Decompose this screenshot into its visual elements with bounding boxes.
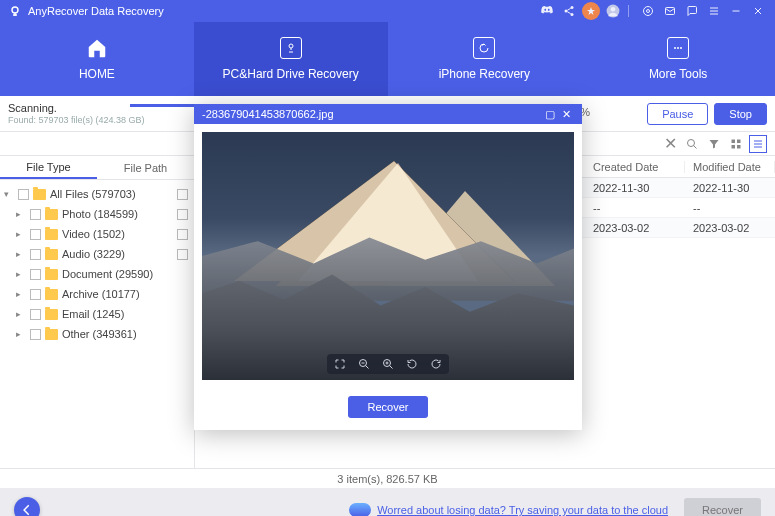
app-logo-icon (8, 4, 22, 18)
tree-item-other[interactable]: ▸Other (349361) (0, 324, 194, 344)
svg-rect-16 (732, 145, 736, 149)
svg-rect-17 (737, 145, 741, 149)
svg-point-5 (611, 7, 616, 12)
recover-button-footer[interactable]: Recover (684, 498, 761, 516)
svg-point-10 (674, 47, 676, 49)
nav-home[interactable]: HOME (0, 22, 194, 96)
svg-point-2 (565, 10, 568, 13)
tree-item-email[interactable]: ▸Email (1245) (0, 304, 194, 324)
tab-file-path[interactable]: File Path (97, 156, 194, 179)
minimize-icon[interactable] (727, 2, 745, 20)
tab-file-type[interactable]: File Type (0, 156, 97, 179)
selection-status: 3 item(s), 826.57 KB (337, 473, 437, 485)
sidebar: File Type File Path ▾All Files (579703) … (0, 156, 195, 468)
checkbox[interactable] (30, 289, 41, 300)
folder-icon (45, 289, 58, 300)
zoom-out-icon[interactable] (357, 357, 371, 371)
title-bar: AnyRecover Data Recovery (0, 0, 775, 22)
cloud-backup-link[interactable]: Worred about losing data? Try saving you… (377, 504, 668, 516)
fullscreen-icon[interactable] (333, 357, 347, 371)
list-view-icon[interactable] (749, 135, 767, 153)
mail-icon[interactable] (661, 2, 679, 20)
checkbox[interactable] (30, 329, 41, 340)
preview-footer: Recover (194, 388, 582, 430)
home-icon (86, 37, 108, 59)
settings-icon[interactable] (639, 2, 657, 20)
folder-icon (45, 269, 58, 280)
search-icon[interactable] (683, 135, 701, 153)
tree-item-archive[interactable]: ▸Archive (10177) (0, 284, 194, 304)
checkbox[interactable] (30, 269, 41, 280)
folder-icon (33, 189, 46, 200)
checkbox[interactable] (30, 309, 41, 320)
preview-filename: -283679041453870662.jpg (202, 108, 334, 120)
recover-button-preview[interactable]: Recover (348, 396, 429, 418)
avatar-icon[interactable] (604, 2, 622, 20)
feedback-icon[interactable] (683, 2, 701, 20)
file-tree: ▾All Files (579703) ▸Photo (184599) ▸Vid… (0, 180, 194, 348)
preview-modal: -283679041453870662.jpg ▢ ✕ Recover (194, 104, 582, 430)
checkbox[interactable] (30, 249, 41, 260)
svg-point-0 (12, 7, 18, 13)
clear-search-icon[interactable]: ✕ (661, 135, 679, 153)
nav-label: iPhone Recovery (439, 67, 530, 81)
svg-point-6 (644, 7, 653, 16)
main-nav: HOME PC&Hard Drive Recovery iPhone Recov… (0, 22, 775, 96)
tree-item-audio[interactable]: ▸Audio (3229) (0, 244, 194, 264)
svg-rect-15 (737, 139, 741, 143)
discord-icon[interactable] (538, 2, 556, 20)
tree-item-photo[interactable]: ▸Photo (184599) (0, 204, 194, 224)
share-icon[interactable] (560, 2, 578, 20)
nav-pc-recovery[interactable]: PC&Hard Drive Recovery (194, 22, 388, 96)
notification-icon[interactable] (582, 2, 600, 20)
checkbox[interactable] (177, 229, 188, 240)
status-bar: 3 item(s), 826.57 KB (0, 468, 775, 488)
checkbox[interactable] (177, 189, 188, 200)
menu-icon[interactable] (705, 2, 723, 20)
maximize-icon[interactable]: ▢ (542, 108, 558, 121)
scan-state-text: Scanning. (8, 102, 145, 115)
svg-point-7 (647, 10, 650, 13)
svg-point-9 (289, 44, 293, 48)
checkbox[interactable] (177, 209, 188, 220)
svg-point-1 (571, 6, 574, 9)
nav-iphone-recovery[interactable]: iPhone Recovery (388, 22, 582, 96)
tree-item-video[interactable]: ▸Video (1502) (0, 224, 194, 244)
preview-toolbar (327, 354, 449, 374)
back-button[interactable] (14, 497, 40, 516)
checkbox[interactable] (177, 249, 188, 260)
tree-item-document[interactable]: ▸Document (29590) (0, 264, 194, 284)
rotate-right-icon[interactable] (429, 357, 443, 371)
folder-icon (45, 329, 58, 340)
phone-icon (473, 37, 495, 59)
svg-point-12 (680, 47, 682, 49)
pause-button[interactable]: Pause (647, 103, 708, 125)
folder-icon (45, 309, 58, 320)
folder-icon (45, 209, 58, 220)
close-icon[interactable] (749, 2, 767, 20)
checkbox[interactable] (30, 229, 41, 240)
filter-icon[interactable] (705, 135, 723, 153)
drive-icon (280, 37, 302, 59)
nav-more-tools[interactable]: More Tools (581, 22, 775, 96)
tools-icon (667, 37, 689, 59)
stop-button[interactable]: Stop (714, 103, 767, 125)
preview-titlebar: -283679041453870662.jpg ▢ ✕ (194, 104, 582, 124)
scan-status: Scanning. Found: 579703 file(s) (424.38 … (8, 102, 145, 126)
checkbox[interactable] (30, 209, 41, 220)
close-preview-icon[interactable]: ✕ (558, 108, 574, 121)
zoom-in-icon[interactable] (381, 357, 395, 371)
footer: Worred about losing data? Try saving you… (0, 488, 775, 516)
grid-view-icon[interactable] (727, 135, 745, 153)
rotate-left-icon[interactable] (405, 357, 419, 371)
svg-rect-14 (732, 139, 736, 143)
col-modified[interactable]: Modified Date (685, 161, 775, 173)
cloud-icon (349, 503, 371, 516)
tree-item-all[interactable]: ▾All Files (579703) (0, 184, 194, 204)
folder-icon (45, 249, 58, 260)
checkbox[interactable] (18, 189, 29, 200)
svg-point-11 (677, 47, 679, 49)
col-created[interactable]: Created Date (585, 161, 685, 173)
svg-point-3 (571, 13, 574, 16)
scan-found-text: Found: 579703 file(s) (424.38 GB) (8, 115, 145, 126)
